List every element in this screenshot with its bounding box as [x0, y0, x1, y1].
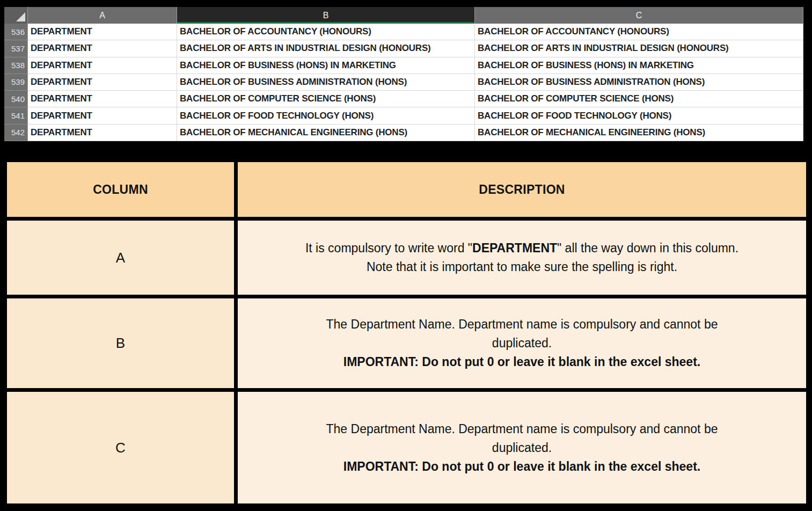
cell-A539[interactable]: DEPARTMENT	[28, 74, 177, 91]
cell-A540[interactable]: DEPARTMENT	[28, 91, 177, 107]
select-all-cell[interactable]	[4, 7, 28, 24]
cell-B538[interactable]: BACHELOR OF BUSINESS (HONS) IN MARKETING	[177, 57, 475, 74]
table-row-C-description: The Department Name. Department name is …	[238, 392, 806, 503]
table-row-A-column-letter: A	[7, 221, 234, 295]
table-row-A-description: It is compulsory to write word "DEPARTME…	[238, 221, 806, 295]
row-header-537[interactable]: 537	[4, 40, 28, 57]
cell-A541[interactable]: DEPARTMENT	[28, 107, 177, 124]
cell-B542[interactable]: BACHELOR OF MECHANICAL ENGINEERING (HONS…	[177, 125, 475, 141]
cell-B539[interactable]: BACHELOR OF BUSINESS ADMINISTRATION (HON…	[177, 74, 475, 91]
cell-C538[interactable]: BACHELOR OF BUSINESS (HONS) IN MARKETING	[475, 57, 803, 74]
table-row-C-column-letter: C	[7, 392, 234, 503]
cell-A542[interactable]: DEPARTMENT	[28, 125, 177, 141]
cell-C542[interactable]: BACHELOR OF MECHANICAL ENGINEERING (HONS…	[475, 125, 803, 141]
table-header-description: DESCRIPTION	[238, 162, 806, 217]
cell-B540[interactable]: BACHELOR OF COMPUTER SCIENCE (HONS)	[177, 91, 475, 107]
column-header-C[interactable]: C	[475, 7, 803, 24]
table-header-column: COLUMN	[7, 162, 234, 217]
sheet-row: 542DEPARTMENTBACHELOR OF MECHANICAL ENGI…	[4, 125, 803, 141]
row-header-539[interactable]: 539	[4, 74, 28, 91]
sheet-row: 536DEPARTMENTBACHELOR OF ACCOUNTANCY (HO…	[4, 24, 803, 40]
row-header-540[interactable]: 540	[4, 91, 28, 107]
cell-B541[interactable]: BACHELOR OF FOOD TECHNOLOGY (HONS)	[177, 107, 475, 124]
row-header-541[interactable]: 541	[4, 107, 28, 124]
cell-C541[interactable]: BACHELOR OF FOOD TECHNOLOGY (HONS)	[475, 107, 803, 124]
column-header-B[interactable]: B	[177, 7, 475, 24]
cell-A537[interactable]: DEPARTMENT	[28, 40, 177, 57]
selected-column-underline	[177, 22, 474, 24]
table-row-B-column-letter: B	[7, 298, 234, 388]
column-header-A[interactable]: A	[28, 7, 177, 24]
sheet-row: 540DEPARTMENTBACHELOR OF COMPUTER SCIENC…	[4, 91, 803, 107]
row-header-538[interactable]: 538	[4, 57, 28, 74]
cell-B536[interactable]: BACHELOR OF ACCOUNTANCY (HONOURS)	[177, 24, 475, 40]
cell-C536[interactable]: BACHELOR OF ACCOUNTANCY (HONOURS)	[475, 24, 803, 40]
cell-C540[interactable]: BACHELOR OF COMPUTER SCIENCE (HONS)	[475, 91, 803, 107]
spreadsheet: ABC 536DEPARTMENTBACHELOR OF ACCOUNTANCY…	[4, 7, 803, 141]
cell-C539[interactable]: BACHELOR OF BUSINESS ADMINISTRATION (HON…	[475, 74, 803, 91]
sheet-row: 541DEPARTMENTBACHELOR OF FOOD TECHNOLOGY…	[4, 107, 803, 124]
cell-C537[interactable]: BACHELOR OF ARTS IN INDUSTRIAL DESIGN (H…	[475, 40, 803, 57]
spreadsheet-column-header-row: ABC	[4, 7, 803, 24]
cell-A538[interactable]: DEPARTMENT	[28, 57, 177, 74]
row-header-536[interactable]: 536	[4, 24, 28, 40]
cell-B537[interactable]: BACHELOR OF ARTS IN INDUSTRIAL DESIGN (H…	[177, 40, 475, 57]
table-row-B-description: The Department Name. Department name is …	[238, 298, 806, 388]
column-description-table: COLUMN DESCRIPTION AIt is compulsory to …	[7, 162, 806, 503]
sheet-row: 538DEPARTMENTBACHELOR OF BUSINESS (HONS)…	[4, 57, 803, 74]
sheet-row: 539DEPARTMENTBACHELOR OF BUSINESS ADMINI…	[4, 74, 803, 91]
row-header-542[interactable]: 542	[4, 125, 28, 141]
select-all-triangle-icon	[16, 12, 25, 21]
cell-A536[interactable]: DEPARTMENT	[28, 24, 177, 40]
sheet-row: 537DEPARTMENTBACHELOR OF ARTS IN INDUSTR…	[4, 40, 803, 57]
